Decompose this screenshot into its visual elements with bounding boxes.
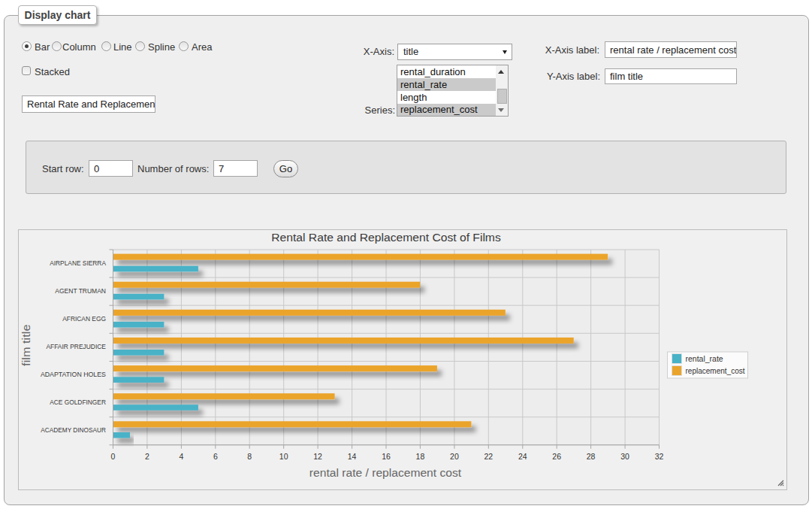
svg-text:rental rate / replacement cost: rental rate / replacement cost xyxy=(309,466,462,479)
svg-text:16: 16 xyxy=(382,452,391,461)
svg-text:rental_rate: rental_rate xyxy=(686,354,723,363)
svg-text:18: 18 xyxy=(416,452,425,461)
svg-text:AGENT TRUMAN: AGENT TRUMAN xyxy=(55,287,106,295)
svg-text:ACADEMY DINOSAUR: ACADEMY DINOSAUR xyxy=(41,426,106,434)
svg-text:4: 4 xyxy=(179,452,183,461)
svg-text:film title: film title xyxy=(20,325,33,366)
svg-text:replacement_cost: replacement_cost xyxy=(686,366,745,375)
svg-text:30: 30 xyxy=(620,452,629,461)
svg-text:6: 6 xyxy=(213,452,218,461)
svg-text:22: 22 xyxy=(484,452,493,461)
svg-text:14: 14 xyxy=(348,452,357,461)
svg-text:AIRPLANE SIERRA: AIRPLANE SIERRA xyxy=(50,259,106,267)
svg-text:32: 32 xyxy=(655,452,664,461)
svg-text:20: 20 xyxy=(450,452,459,461)
svg-text:0: 0 xyxy=(111,452,116,461)
svg-text:8: 8 xyxy=(247,452,252,461)
svg-text:2: 2 xyxy=(145,452,149,461)
svg-text:12: 12 xyxy=(313,452,322,461)
svg-text:26: 26 xyxy=(552,452,561,461)
svg-text:ACE GOLDFINGER: ACE GOLDFINGER xyxy=(50,398,106,406)
svg-text:24: 24 xyxy=(518,452,527,461)
svg-text:AFFAIR PREJUDICE: AFFAIR PREJUDICE xyxy=(46,343,106,350)
svg-text:28: 28 xyxy=(587,452,596,461)
svg-text:ADAPTATION HOLES: ADAPTATION HOLES xyxy=(41,371,106,378)
svg-text:Rental Rate and Replacement Co: Rental Rate and Replacement Cost of Film… xyxy=(271,231,501,244)
svg-text:AFRICAN EGG: AFRICAN EGG xyxy=(62,315,106,323)
svg-text:10: 10 xyxy=(279,452,288,461)
